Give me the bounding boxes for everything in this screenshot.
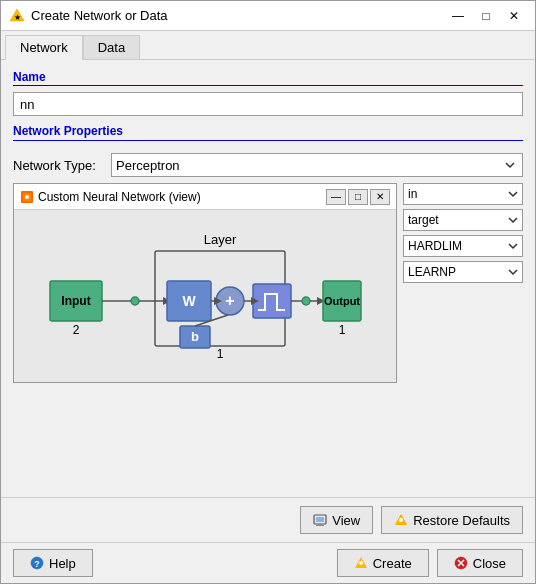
close-footer-icon: [454, 556, 468, 570]
tab-network[interactable]: Network: [5, 35, 83, 60]
svg-rect-34: [316, 517, 324, 522]
tab-data[interactable]: Data: [83, 35, 140, 59]
help-button[interactable]: ? Help: [13, 549, 93, 577]
main-window: ★ Create Network or Data — □ ✕ Network D…: [0, 0, 536, 584]
title-bar-left: ★ Create Network or Data: [9, 8, 168, 24]
nn-title-left: Custom Neural Network (view): [20, 190, 201, 204]
nn-select-learnp[interactable]: LEARNP GD: [403, 261, 523, 283]
main-content: Name Network Properties Network Type: Pe…: [1, 60, 535, 497]
minimize-button[interactable]: —: [445, 6, 471, 26]
svg-point-4: [25, 195, 29, 199]
network-props-title: Network Properties: [13, 124, 523, 141]
nn-controls: — □ ✕: [326, 189, 390, 205]
view-icon: [313, 513, 327, 527]
window-controls: — □ ✕: [445, 6, 527, 26]
close-button[interactable]: Close: [437, 549, 523, 577]
tab-bar: Network Data: [1, 31, 535, 60]
nn-titlebar: Custom Neural Network (view) — □ ✕: [14, 184, 396, 210]
name-input[interactable]: [13, 92, 523, 116]
svg-text:Input: Input: [61, 294, 90, 308]
svg-point-43: [359, 561, 363, 565]
svg-point-39: [399, 518, 403, 522]
nn-select-hardlim[interactable]: HARDLIM SOFTMAX: [403, 235, 523, 257]
nn-right-panel: in target HARDLIM SOFTMAX LEARNP GD: [403, 183, 523, 283]
footer-right: Create Close: [337, 549, 523, 577]
title-bar: ★ Create Network or Data — □ ✕: [1, 1, 535, 31]
network-type-label: Network Type:: [13, 158, 103, 173]
svg-rect-36: [316, 525, 324, 526]
svg-text:W: W: [182, 293, 196, 309]
neural-network-area: Custom Neural Network (view) — □ ✕ Layer: [13, 183, 523, 383]
footer: ? Help Create Close: [1, 542, 535, 583]
network-type-row: Network Type: Perceptron Feedforward Cas…: [13, 153, 523, 177]
name-label: Name: [13, 70, 523, 86]
svg-text:?: ?: [34, 559, 40, 569]
nn-maximize-button[interactable]: □: [348, 189, 368, 205]
svg-text:2: 2: [73, 323, 80, 337]
bottom-toolbar: View Restore Defaults: [1, 497, 535, 542]
svg-text:★: ★: [14, 13, 21, 22]
app-icon: ★: [9, 8, 25, 24]
restore-defaults-button[interactable]: Restore Defaults: [381, 506, 523, 534]
nn-minimize-button[interactable]: —: [326, 189, 346, 205]
svg-point-26: [302, 297, 310, 305]
maximize-button[interactable]: □: [473, 6, 499, 26]
nn-diagram: Layer Input 2: [14, 210, 396, 382]
nn-diagram-svg: Layer Input 2: [45, 226, 365, 366]
network-type-select[interactable]: Perceptron Feedforward Cascade Elman Hop…: [111, 153, 523, 177]
nn-title-text: Custom Neural Network (view): [38, 190, 201, 204]
restore-icon: [394, 513, 408, 527]
svg-text:1: 1: [217, 347, 224, 361]
svg-text:Output: Output: [324, 295, 360, 307]
window-title: Create Network or Data: [31, 8, 168, 23]
layer-label: Layer: [204, 232, 237, 247]
view-button[interactable]: View: [300, 506, 373, 534]
create-button[interactable]: Create: [337, 549, 429, 577]
svg-text:b: b: [191, 329, 199, 344]
create-icon: [354, 556, 368, 570]
close-window-button[interactable]: ✕: [501, 6, 527, 26]
nn-select-in[interactable]: in: [403, 183, 523, 205]
svg-text:1: 1: [339, 323, 346, 337]
svg-point-10: [131, 297, 139, 305]
svg-text:+: +: [225, 292, 234, 309]
nn-title-icon: [20, 190, 34, 204]
network-properties: Network Properties Network Type: Percept…: [13, 124, 523, 383]
nn-select-target[interactable]: target: [403, 209, 523, 231]
help-icon: ?: [30, 556, 44, 570]
name-group: Name: [13, 70, 523, 116]
nn-window: Custom Neural Network (view) — □ ✕ Layer: [13, 183, 397, 383]
nn-close-button[interactable]: ✕: [370, 189, 390, 205]
